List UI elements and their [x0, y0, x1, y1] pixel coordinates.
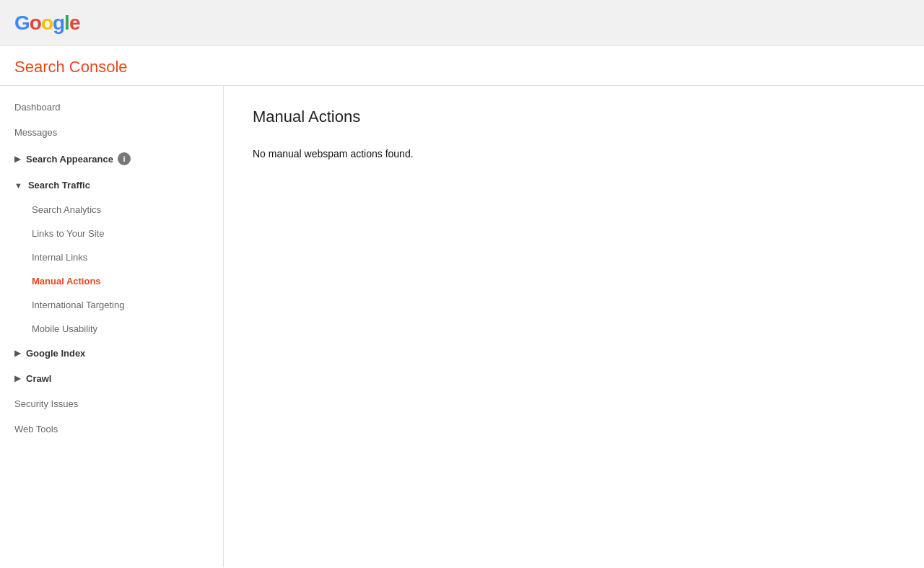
sidebar-item-internal-links[interactable]: Internal Links [0, 245, 223, 269]
info-icon[interactable]: i [118, 152, 131, 165]
app-title: Search Console [14, 58, 910, 77]
sidebar-item-security-issues[interactable]: Security Issues [0, 391, 223, 416]
sidebar-item-messages[interactable]: Messages [0, 120, 223, 145]
sidebar-item-manual-actions[interactable]: Manual Actions [0, 269, 223, 293]
google-logo: Google [14, 12, 79, 35]
sidebar: Dashboard Messages ▶ Search Appearance i… [0, 86, 224, 567]
content-message: No manual webspam actions found. [253, 148, 895, 160]
logo-g2: g [53, 12, 64, 34]
title-bar: Search Console [0, 46, 924, 86]
chevron-right-icon-2: ▶ [14, 349, 20, 358]
page-title: Manual Actions [253, 108, 895, 126]
content-area: Manual Actions No manual webspam actions… [224, 86, 924, 567]
logo-o1: o [30, 12, 41, 34]
logo-e: e [69, 12, 80, 34]
sidebar-item-links-to-your-site[interactable]: Links to Your Site [0, 222, 223, 245]
sidebar-section-search-traffic[interactable]: ▼ Search Traffic [0, 172, 223, 198]
logo-o2: o [41, 12, 53, 34]
chevron-down-icon: ▼ [14, 181, 22, 190]
sidebar-section-google-index[interactable]: ▶ Google Index [0, 341, 223, 366]
chevron-right-icon: ▶ [14, 154, 20, 164]
top-bar: Google [0, 0, 924, 46]
sidebar-item-international-targeting[interactable]: International Targeting [0, 293, 223, 317]
sidebar-section-search-appearance[interactable]: ▶ Search Appearance i [0, 145, 223, 172]
chevron-right-icon-3: ▶ [14, 374, 20, 383]
main-layout: Dashboard Messages ▶ Search Appearance i… [0, 86, 924, 567]
sidebar-item-dashboard[interactable]: Dashboard [0, 95, 223, 120]
sidebar-section-crawl[interactable]: ▶ Crawl [0, 366, 223, 391]
sidebar-item-search-analytics[interactable]: Search Analytics [0, 198, 223, 222]
logo-l: l [64, 12, 69, 34]
sidebar-item-mobile-usability[interactable]: Mobile Usability [0, 317, 223, 341]
logo-g1: G [14, 12, 30, 34]
sidebar-item-web-tools[interactable]: Web Tools [0, 416, 223, 442]
